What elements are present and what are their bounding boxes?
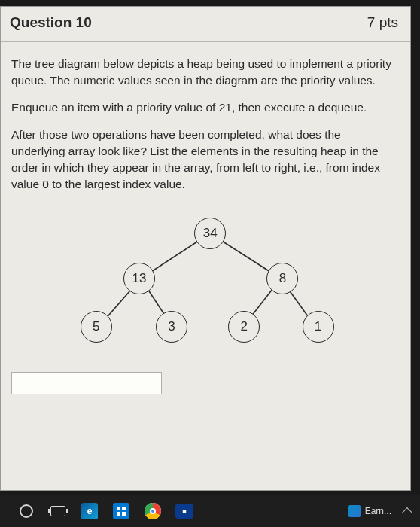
question-paragraph: The tree diagram below depicts a heap be… (11, 56, 397, 89)
camera-icon[interactable]: ■ (173, 500, 196, 522)
cortana-icon[interactable] (15, 500, 38, 522)
question-paragraph: After those two operations have been com… (11, 126, 397, 193)
tree-node: 8 (266, 263, 298, 294)
question-paragraph: Enqueue an item with a priority value of… (11, 99, 397, 116)
tree-node: 5 (81, 311, 112, 343)
quiz-panel: Question 10 7 pts The tree diagram below… (0, 6, 411, 491)
earn-icon (348, 505, 361, 517)
settings-icon[interactable] (110, 500, 132, 522)
tree-node: 13 (123, 263, 155, 294)
svg-rect-9 (122, 512, 126, 516)
earn-button[interactable]: Earn... (348, 505, 411, 517)
svg-rect-8 (117, 512, 120, 516)
question-title: Question 10 (10, 14, 92, 31)
svg-rect-6 (117, 507, 120, 510)
question-body: The tree diagram below depicts a heap be… (1, 42, 410, 402)
tree-node-root: 34 (194, 218, 226, 249)
tree-node: 3 (156, 311, 187, 343)
tree-node: 1 (303, 311, 334, 343)
edge-icon[interactable]: e (78, 500, 101, 522)
taskbar: e ■ Earn... (0, 495, 420, 527)
svg-rect-7 (122, 507, 126, 510)
tree-diagram: 34 13 8 5 3 2 1 (11, 203, 397, 361)
chrome-icon[interactable] (142, 500, 164, 522)
earn-label: Earn... (365, 506, 391, 516)
answer-input[interactable] (11, 372, 162, 394)
tree-node: 2 (228, 311, 260, 343)
question-points: 7 pts (367, 14, 398, 31)
question-header: Question 10 7 pts (1, 7, 410, 42)
chevron-up-icon (402, 507, 412, 518)
task-view-icon[interactable] (47, 500, 69, 522)
